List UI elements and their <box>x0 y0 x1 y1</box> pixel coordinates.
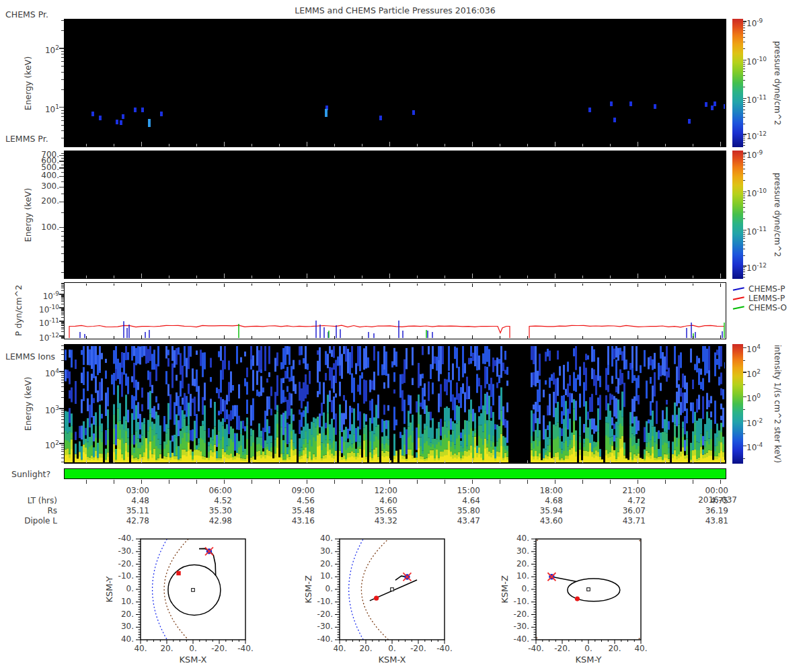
tick-mark <box>500 480 500 485</box>
tick-label: 0. <box>305 584 333 594</box>
tick-mark <box>743 30 745 31</box>
legend-item-lemms-p: LEMMS-P <box>733 294 785 303</box>
tick-mark <box>527 144 528 146</box>
tick-label: -40. <box>431 644 458 654</box>
tick-label: 102 <box>26 43 59 56</box>
tick-mark <box>61 296 64 296</box>
tick-label: 10-9 <box>26 289 59 302</box>
tick-label: 40. <box>127 644 154 654</box>
tick-mark <box>665 284 666 286</box>
tick-label: 15:00 <box>433 486 480 496</box>
tick-mark <box>252 276 252 278</box>
tick-label: 300. <box>26 181 59 192</box>
tick-mark <box>61 298 64 299</box>
tick-mark <box>61 349 64 350</box>
tick-mark <box>743 169 745 169</box>
tick-mark <box>743 100 745 101</box>
tick-mark <box>61 314 64 315</box>
tick-mark <box>59 161 64 161</box>
tick-mark <box>743 48 745 49</box>
tick-mark <box>224 284 225 287</box>
tick-mark <box>445 276 445 278</box>
tick-mark <box>279 144 280 146</box>
start-marker <box>374 596 379 601</box>
tick-mark <box>59 371 64 372</box>
tick-mark <box>417 284 418 286</box>
tick-mark <box>61 241 64 241</box>
tick-label: 40. <box>305 534 333 544</box>
tick-mark <box>196 284 197 286</box>
tick-label: 10-11 <box>26 316 59 329</box>
tick-mark <box>61 54 64 54</box>
tick-mark <box>61 116 64 117</box>
tick-mark <box>59 107 64 108</box>
tick-label: 35.30 <box>185 506 232 516</box>
tick-mark <box>743 384 745 385</box>
tick-mark <box>61 125 64 126</box>
tick-mark <box>61 462 64 462</box>
tick-mark <box>141 274 142 278</box>
tick-mark <box>743 269 745 270</box>
tick-mark <box>196 144 197 146</box>
tick-mark <box>334 144 335 146</box>
tick-label: 4.56 <box>268 496 315 506</box>
tick-label: 10-11 <box>746 224 787 237</box>
tick-mark <box>743 173 745 174</box>
tick-mark <box>61 412 64 413</box>
tick-mark <box>445 460 445 463</box>
tick-mark <box>362 276 362 278</box>
tick-mark <box>61 253 64 254</box>
orbit_ksmz_vs_ksmx <box>334 535 469 649</box>
tick-label: 10-11 <box>746 93 787 106</box>
tick-mark <box>743 102 745 103</box>
tick-mark <box>61 325 64 326</box>
chems-o-spikes <box>239 323 724 338</box>
tick-mark <box>743 159 745 160</box>
tick-mark <box>61 212 64 213</box>
tick-mark <box>279 460 280 463</box>
tick-mark <box>61 386 64 387</box>
tick-label: 20. <box>305 559 333 569</box>
tick-mark <box>743 180 745 181</box>
lemms-spectrogram-canvas <box>65 151 725 278</box>
plot-page: LEMMS and CHEMS Particle Pressures 2016:… <box>0 0 807 672</box>
tick-label: -40. <box>523 644 549 654</box>
tick-mark <box>500 144 500 146</box>
tick-mark <box>252 336 252 339</box>
tick-label: -40. <box>232 644 259 654</box>
tick-mark <box>61 382 64 383</box>
tick-mark <box>61 327 64 328</box>
tick-mark <box>472 284 473 287</box>
tick-mark <box>61 313 64 314</box>
tick-mark <box>472 142 473 146</box>
tick-mark <box>743 207 745 208</box>
tick-mark <box>86 144 87 146</box>
tick-label: -20. <box>106 559 134 569</box>
tick-mark <box>169 336 169 339</box>
tick-mark <box>555 458 555 463</box>
orbit3-xlabel: KSM-Y <box>548 655 629 665</box>
tick-label: 0. <box>379 644 406 654</box>
tick-mark <box>61 329 64 329</box>
tick-mark <box>334 480 335 485</box>
legend-item-chems-p: CHEMS-P <box>733 284 785 294</box>
tick-label: 10-10 <box>746 186 787 199</box>
sunlight-label: Sunlight? <box>11 469 50 479</box>
origin-marker <box>192 589 195 592</box>
tick-mark <box>743 165 745 165</box>
tick-mark <box>638 274 638 278</box>
tick-label: 20. <box>352 644 379 654</box>
tick-mark <box>61 449 64 450</box>
tick-mark <box>743 203 745 204</box>
tick-mark <box>555 142 555 146</box>
tick-mark <box>196 460 197 463</box>
tick-mark <box>743 360 745 361</box>
tick-label: -20. <box>405 644 432 654</box>
tick-mark <box>61 445 64 446</box>
tick-mark <box>114 144 114 146</box>
tick-label: 10-2 <box>746 416 787 429</box>
legend-line-chems-p <box>733 287 744 290</box>
tick-mark <box>61 410 64 411</box>
legend-label-lemms-p: LEMMS-P <box>748 294 785 303</box>
tick-mark <box>743 75 745 76</box>
